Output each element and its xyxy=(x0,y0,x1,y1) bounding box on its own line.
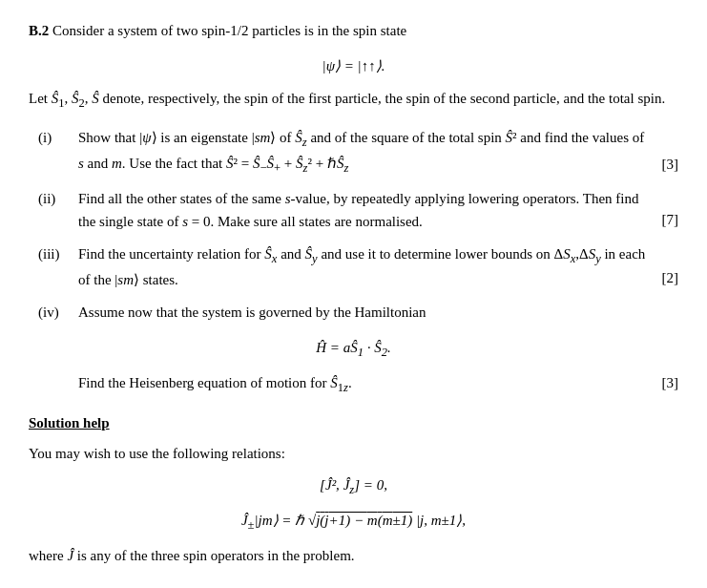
sq-label-iii: (iii) xyxy=(38,242,78,291)
solution-help-title: Solution help xyxy=(29,412,678,434)
sq-marks-iii: [2] xyxy=(650,266,678,291)
let-statement: Let Ŝ1, Ŝ2, Ŝ denote, respectively, the … xyxy=(29,87,678,113)
solution-help-intro: You may wish to use the following relati… xyxy=(29,442,678,465)
sq-content-ii: Find all the other states of the same s-… xyxy=(78,187,650,233)
find-heisenberg-marks: [3] xyxy=(650,372,678,397)
question-label: B.2 xyxy=(29,23,49,38)
main-content: B.2 Consider a system of two spin-1/2 pa… xyxy=(29,19,678,567)
state-equation: |ψ⟩ = |↑↑⟩. xyxy=(29,55,678,77)
sub-questions: (i) Show that |ψ⟩ is an eigenstate |sm⟩ … xyxy=(38,126,678,324)
sq-marks-iv xyxy=(650,322,678,324)
sub-question-iv: (iv) Assume now that the system is gover… xyxy=(38,301,678,324)
problem-intro: B.2 Consider a system of two spin-1/2 pa… xyxy=(29,19,678,42)
sq-label-ii: (ii) xyxy=(38,187,78,233)
relation-eq1: [Ĵ², Ĵz] = 0, xyxy=(29,474,678,499)
sq-content-i: Show that |ψ⟩ is an eigenstate |sm⟩ of Ŝ… xyxy=(78,126,650,178)
sq-marks-i: [3] xyxy=(650,153,678,178)
sq-label-i: (i) xyxy=(38,126,78,178)
intro-text: Consider a system of two spin-1/2 partic… xyxy=(52,23,406,38)
sq-marks-ii: [7] xyxy=(650,208,678,233)
find-heisenberg-text: Find the Heisenberg equation of motion f… xyxy=(78,372,650,397)
sub-question-i: (i) Show that |ψ⟩ is an eigenstate |sm⟩ … xyxy=(38,126,678,178)
find-heisenberg-row: Find the Heisenberg equation of motion f… xyxy=(78,372,678,397)
relation-eq2: Ĵ±|jm⟩ = ℏ √j(j+1) − m(m±1) |j, m±1⟩, xyxy=(29,510,678,535)
where-text: where Ĵ is any of the three spin operato… xyxy=(29,544,678,567)
sq-label-iv: (iv) xyxy=(38,301,78,324)
hamiltonian-equation: Ĥ = aŜ1 · Ŝ2. xyxy=(29,337,678,362)
sub-question-iii: (iii) Find the uncertainty relation for … xyxy=(38,242,678,291)
sub-question-ii: (ii) Find all the other states of the sa… xyxy=(38,187,678,233)
sq-content-iii: Find the uncertainty relation for Ŝx and… xyxy=(78,242,650,291)
sq-content-iv: Assume now that the system is governed b… xyxy=(78,301,650,324)
